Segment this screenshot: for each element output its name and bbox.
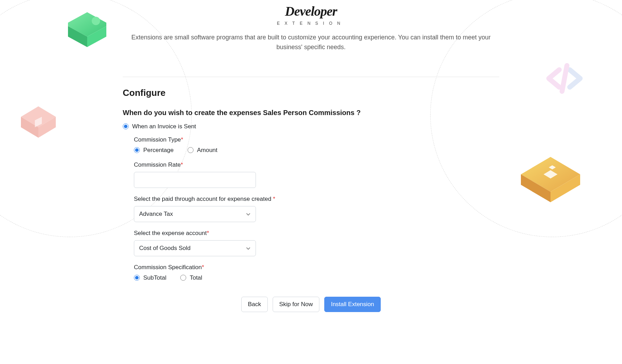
- trigger-option-row: When an Invoice is Sent: [123, 123, 499, 130]
- svg-line-1: [562, 66, 567, 91]
- logo-title: Developer: [123, 3, 499, 19]
- chevron-down-icon: [246, 212, 251, 217]
- commission-rate-input[interactable]: [134, 172, 256, 188]
- required-asterisk: *: [207, 230, 209, 236]
- logo-subtitle: EXTENSION: [123, 21, 499, 26]
- required-asterisk: *: [181, 161, 183, 168]
- configure-title: Configure: [123, 88, 499, 98]
- trigger-question: When do you wish to create the expenses …: [123, 109, 499, 117]
- extension-description: Extensions are small software programs t…: [123, 33, 499, 52]
- commission-type-label: Commission Type*: [134, 136, 499, 143]
- puzzle-green-icon: [61, 9, 113, 51]
- radio-total[interactable]: [180, 275, 186, 281]
- svg-point-0: [92, 17, 100, 25]
- back-button[interactable]: Back: [241, 297, 268, 312]
- radio-subtotal-label: SubTotal: [143, 274, 166, 281]
- footer-buttons: Back Skip for Now Install Extension: [123, 297, 499, 323]
- code-icon: [542, 59, 587, 98]
- puzzle-red-icon: [17, 101, 59, 143]
- commission-rate-label-text: Commission Rate: [134, 161, 181, 168]
- expense-account-field: Select the expense account* Cost of Good…: [134, 230, 499, 256]
- chevron-down-icon: [246, 246, 251, 251]
- radio-subtotal[interactable]: [134, 275, 140, 281]
- puzzle-yellow-icon: [514, 150, 587, 209]
- expense-account-select[interactable]: Cost of Goods Sold: [134, 240, 256, 256]
- radio-amount-label: Amount: [197, 147, 218, 154]
- radio-invoice-sent-label: When an Invoice is Sent: [132, 123, 196, 130]
- divider: [123, 77, 499, 77]
- commission-type-label-text: Commission Type: [134, 136, 181, 143]
- radio-amount[interactable]: [188, 147, 194, 153]
- paid-through-value: Advance Tax: [139, 211, 173, 218]
- extension-install-panel: Developer EXTENSION Extensions are small…: [123, 0, 499, 323]
- commission-spec-field: Commission Specification* SubTotal Total: [134, 264, 499, 281]
- commission-rate-label: Commission Rate*: [134, 161, 499, 168]
- commission-rate-field: Commission Rate*: [134, 161, 499, 188]
- commission-spec-label: Commission Specification*: [134, 264, 499, 271]
- skip-button[interactable]: Skip for Now: [273, 297, 319, 312]
- paid-through-label: Select the paid through account for expe…: [134, 196, 499, 203]
- paid-through-field: Select the paid through account for expe…: [134, 196, 499, 222]
- required-asterisk: *: [202, 264, 204, 271]
- header: Developer EXTENSION Extensions are small…: [123, 3, 499, 63]
- required-asterisk: *: [273, 196, 275, 202]
- expense-account-label-text: Select the expense account: [134, 230, 207, 236]
- radio-percentage-label: Percentage: [143, 147, 174, 154]
- radio-total-label: Total: [190, 274, 202, 281]
- paid-through-select[interactable]: Advance Tax: [134, 206, 256, 222]
- install-extension-button[interactable]: Install Extension: [324, 297, 381, 312]
- expense-account-value: Cost of Goods Sold: [139, 245, 190, 252]
- radio-percentage[interactable]: [134, 147, 140, 153]
- commission-type-field: Commission Type* Percentage Amount: [134, 136, 499, 154]
- paid-through-label-text: Select the paid through account for expe…: [134, 196, 273, 202]
- radio-invoice-sent[interactable]: [123, 123, 129, 129]
- required-asterisk: *: [181, 136, 183, 143]
- commission-spec-label-text: Commission Specification: [134, 264, 202, 271]
- expense-account-label: Select the expense account*: [134, 230, 499, 237]
